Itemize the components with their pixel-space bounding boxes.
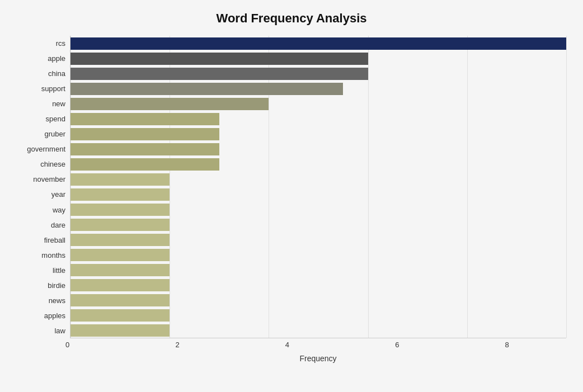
bar <box>70 309 170 322</box>
bar <box>70 68 368 80</box>
x-tick: 0 <box>65 341 69 349</box>
chart-area: rcsapplechinasupportnewspendgrubergovern… <box>17 36 566 338</box>
bar <box>70 53 368 65</box>
bar <box>70 83 343 95</box>
bar-row <box>70 36 566 51</box>
bar <box>70 219 170 231</box>
bar-row <box>70 97 566 111</box>
bar <box>70 204 170 216</box>
bar <box>70 113 219 125</box>
bar-row <box>70 187 566 202</box>
bar <box>70 158 219 171</box>
bar-row <box>70 248 566 262</box>
y-axis-labels: rcsapplechinasupportnewspendgrubergovern… <box>17 36 70 338</box>
bar <box>70 37 566 50</box>
bar <box>70 234 170 246</box>
y-label: fireball <box>44 233 65 248</box>
bar-row <box>70 67 566 81</box>
bar-row <box>70 323 566 338</box>
bar-row <box>70 112 566 126</box>
bar <box>70 279 170 291</box>
bar-row <box>70 202 566 217</box>
bar <box>70 264 170 276</box>
bar-row <box>70 278 566 292</box>
chart-container: Word Frequency Analysis rcsapplechinasup… <box>0 0 583 392</box>
y-label: spend <box>46 111 65 126</box>
bar-row <box>70 127 566 141</box>
x-tick: 4 <box>285 341 289 349</box>
y-label: law <box>54 323 65 338</box>
bar <box>70 324 170 337</box>
bar <box>70 143 219 155</box>
y-label: gruber <box>44 126 65 141</box>
x-tick: 8 <box>505 341 509 349</box>
y-label: apples <box>44 308 65 323</box>
x-tick: 6 <box>395 341 399 349</box>
bar-row <box>70 233 566 247</box>
chart-title: Word Frequency Analysis <box>17 11 566 26</box>
bar-row <box>70 308 566 323</box>
y-label: dare <box>51 218 65 233</box>
grid-line <box>566 36 567 338</box>
bar <box>70 294 170 306</box>
bar <box>70 98 269 110</box>
plot-area <box>70 36 566 338</box>
y-label: way <box>53 202 65 218</box>
bar <box>70 128 219 140</box>
y-label: chinese <box>40 157 65 172</box>
y-label: news <box>49 293 65 308</box>
x-tick: 2 <box>175 341 179 349</box>
x-axis-label: Frequency <box>17 354 566 363</box>
bar-row <box>70 51 566 66</box>
y-label: birdie <box>48 278 65 293</box>
bar <box>70 188 170 201</box>
bar-row <box>70 82 566 96</box>
bar-row <box>70 142 566 157</box>
bar-row <box>70 157 566 172</box>
bar <box>70 249 170 261</box>
bar <box>70 173 170 186</box>
y-label: little <box>53 263 65 278</box>
y-label: november <box>33 172 65 187</box>
y-label: year <box>51 187 65 202</box>
bar-row <box>70 218 566 232</box>
y-label: new <box>52 96 65 111</box>
y-label: months <box>41 248 65 263</box>
bar-row <box>70 263 566 277</box>
y-label: rcs <box>56 36 65 51</box>
y-label: support <box>41 81 65 96</box>
bar-row <box>70 293 566 308</box>
y-label: government <box>27 141 65 157</box>
y-label: apple <box>48 51 65 66</box>
x-axis: 0246810 <box>70 341 583 352</box>
bar-row <box>70 172 566 187</box>
y-label: china <box>48 66 65 81</box>
